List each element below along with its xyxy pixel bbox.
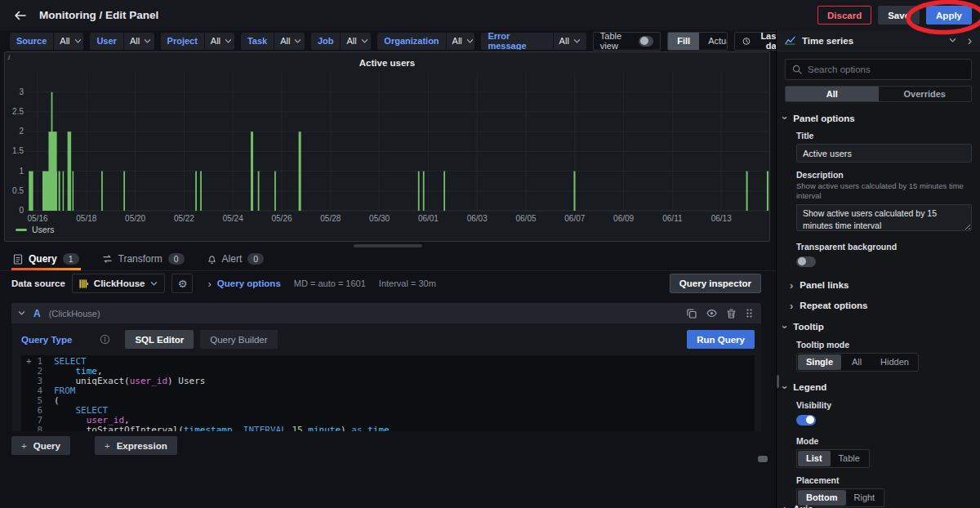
save-button[interactable]: Save	[878, 6, 920, 25]
tab-alert[interactable]: Alert0	[206, 247, 266, 270]
code-line-3: 3 uniqExact(user_id) Users	[21, 377, 755, 386]
filter-user[interactable]: UserAll	[90, 33, 154, 50]
transparent-background-label: Transparent background	[796, 242, 972, 252]
tab-transform[interactable]: Transform0	[100, 247, 186, 270]
panel-title-input[interactable]	[796, 144, 972, 163]
collapse-pane-icon[interactable]: ›	[968, 33, 972, 48]
table-view-switch[interactable]	[639, 36, 654, 47]
panel-description-textarea[interactable]: Show active users calculated by 15 minut…	[796, 204, 972, 231]
filter-error-message[interactable]: Error messageAll	[481, 33, 586, 50]
filter-value-dropdown[interactable]: All	[274, 33, 305, 50]
actual-button[interactable]: Actual	[699, 33, 728, 50]
code-line-5: 5(	[21, 396, 755, 406]
back-arrow-icon[interactable]	[11, 7, 29, 25]
discard-button[interactable]: Discard	[817, 6, 871, 25]
filter-source[interactable]: SourceAll	[10, 33, 83, 50]
sql-code-editor[interactable]: +1SELECT2 time,3 uniqExact(user_id) User…	[21, 355, 755, 431]
filter-label: Job	[311, 33, 341, 50]
filter-project[interactable]: ProjectAll	[161, 33, 234, 50]
options-filter-tabs: All Overrides	[785, 86, 972, 102]
drag-handle-icon[interactable]	[746, 308, 753, 319]
fill-button[interactable]: Fill	[668, 33, 699, 50]
filter-organization[interactable]: OrganizationAll	[377, 33, 474, 50]
legend-visibility-switch[interactable]	[796, 415, 816, 426]
tab-query[interactable]: Query1	[11, 247, 81, 270]
chevron-down-icon	[150, 281, 158, 287]
option-hidden[interactable]: Hidden	[872, 354, 917, 370]
chart-legend-item[interactable]: Users	[16, 225, 54, 234]
legend-placement-label: Placement	[796, 475, 972, 485]
svg-text:06/13: 06/13	[711, 214, 732, 223]
panel-links-section[interactable]: › Panel links	[790, 280, 973, 291]
chevron-down-icon	[225, 38, 232, 44]
delete-query-trash-icon[interactable]	[727, 309, 736, 319]
option-list[interactable]: List	[798, 451, 831, 466]
filter-value-dropdown[interactable]: All	[124, 33, 154, 50]
code-line-4: 4FROM	[21, 386, 755, 396]
max-datapoints-summary: MD = auto = 1601	[294, 279, 366, 288]
timeseries-chart: 05/1605/1805/2005/2205/2405/2605/2805/30…	[5, 52, 771, 234]
hide-query-eye-icon[interactable]	[706, 309, 717, 318]
fill-actual-group: Fill Actual	[667, 32, 728, 51]
chevron-down-icon[interactable]	[949, 38, 956, 43]
legend-mode-group: ListTable	[796, 449, 870, 468]
sql-editor-tab[interactable]: SQL Editor	[125, 330, 194, 349]
run-query-button[interactable]: Run Query	[687, 330, 755, 349]
query-inspector-button[interactable]: Query inspector	[670, 274, 761, 293]
tab-all[interactable]: All	[786, 87, 879, 101]
section-tooltip[interactable]: › Tooltip	[783, 322, 973, 332]
option-all[interactable]: All	[841, 354, 872, 370]
svg-text:06/05: 06/05	[515, 214, 536, 223]
datasource-picker[interactable]: ClickHouse	[72, 274, 166, 293]
add-expression-button[interactable]: + Expression	[95, 436, 177, 455]
filter-value-dropdown[interactable]: All	[554, 33, 586, 50]
duplicate-query-icon[interactable]	[687, 309, 697, 319]
query-builder-tab[interactable]: Query Builder	[200, 330, 277, 349]
chevron-down-icon: ›	[780, 385, 791, 389]
filter-task[interactable]: TaskAll	[241, 33, 305, 50]
section-legend[interactable]: › Legend	[783, 382, 973, 393]
main-scrollbar-thumb[interactable]	[758, 456, 768, 462]
filter-label: Project	[161, 33, 204, 50]
chevron-down-icon	[144, 38, 151, 44]
query-actions: + Query + Expression	[11, 436, 177, 455]
filter-job[interactable]: JobAll	[311, 33, 371, 50]
add-query-button[interactable]: + Query	[11, 436, 70, 455]
datasource-settings-button[interactable]: ⚙	[172, 274, 193, 293]
options-search-box[interactable]	[785, 59, 972, 80]
query-ref-id: A	[33, 308, 41, 319]
filter-value-dropdown[interactable]: All	[447, 33, 475, 50]
query-options-toggle[interactable]: › Query options	[207, 279, 280, 289]
filter-value-dropdown[interactable]: All	[205, 33, 234, 50]
section-label: Repeat options	[800, 301, 867, 310]
apply-button[interactable]: Apply	[926, 6, 972, 25]
filter-value-dropdown[interactable]: All	[54, 33, 83, 50]
legend-series-swatch	[16, 229, 27, 231]
transparent-background-switch[interactable]	[796, 256, 816, 267]
clickhouse-icon	[79, 279, 88, 288]
option-table[interactable]: Table	[831, 451, 868, 466]
add-line-icon[interactable]: +	[26, 357, 32, 367]
filter-value-dropdown[interactable]: All	[341, 33, 371, 50]
svg-text:1.5: 1.5	[12, 146, 24, 155]
repeat-options-section[interactable]: › Repeat options	[790, 301, 973, 311]
chevron-down-icon	[573, 38, 581, 44]
svg-text:05/24: 05/24	[223, 214, 243, 223]
search-options-input[interactable]	[808, 65, 964, 74]
clock-icon	[742, 36, 751, 47]
section-label: Axis	[793, 504, 813, 508]
svg-text:05/30: 05/30	[369, 214, 390, 223]
breadcrumb: Monitoring / Edit Panel	[39, 9, 158, 21]
interval-summary: Interval = 30m	[379, 279, 436, 288]
visualization-picker[interactable]: Time series ›	[777, 30, 980, 51]
option-right[interactable]: Right	[846, 490, 884, 506]
tab-overrides[interactable]: Overrides	[879, 87, 972, 101]
table-view-control[interactable]: Table view	[593, 32, 661, 51]
info-circle-icon[interactable]	[100, 334, 110, 345]
svg-text:2: 2	[19, 127, 24, 136]
section-axis[interactable]: › Axis	[783, 503, 813, 508]
section-panel-options[interactable]: › Panel options	[783, 113, 973, 123]
option-single[interactable]: Single	[798, 354, 841, 370]
query-row-header[interactable]: A (ClickHouse)	[11, 303, 761, 323]
chart-panel[interactable]: i Active users 05/1605/1805/2005/2205/24…	[4, 51, 770, 242]
